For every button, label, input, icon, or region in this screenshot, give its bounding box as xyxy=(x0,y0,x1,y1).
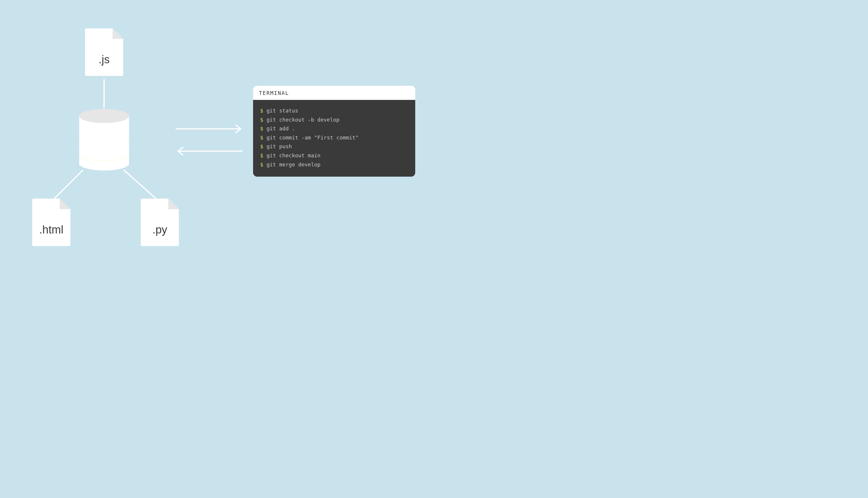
connector-js-db xyxy=(103,79,105,108)
terminal-command: git add . xyxy=(267,126,295,132)
arrow-left-icon xyxy=(175,145,245,157)
file-py: .py xyxy=(141,199,179,246)
file-html: .html xyxy=(32,199,71,246)
terminal-prompt: $ xyxy=(260,107,267,114)
connector-db-html xyxy=(46,167,87,202)
terminal-command: git checkout -b develop xyxy=(267,117,340,123)
terminal-line: $ git push xyxy=(260,142,408,151)
terminal-command: git push xyxy=(267,143,292,149)
terminal-prompt: $ xyxy=(260,143,267,149)
terminal-prompt: $ xyxy=(260,117,267,123)
svg-line-1 xyxy=(124,170,156,199)
terminal-title: TERMINAL xyxy=(259,90,289,96)
db-ring-2-cover xyxy=(79,147,129,161)
connector-db-py xyxy=(120,167,164,202)
terminal-command: git commit -am "First commit" xyxy=(267,134,359,141)
terminal-window: TERMINAL $ git status$ git checkout -b d… xyxy=(253,86,415,176)
terminal-prompt: $ xyxy=(260,126,267,132)
terminal-command: git checkout main xyxy=(267,152,320,158)
terminal-command: git status xyxy=(267,107,298,114)
terminal-line: $ git checkout main xyxy=(260,151,408,160)
svg-line-0 xyxy=(54,170,83,199)
terminal-line: $ git merge develop xyxy=(260,160,408,169)
terminal-line: $ git commit -am "First commit" xyxy=(260,133,408,142)
database-icon xyxy=(79,109,129,170)
terminal-line: $ git add . xyxy=(260,124,408,133)
terminal-content: $ git status$ git checkout -b develop$ g… xyxy=(253,100,415,176)
terminal-prompt: $ xyxy=(260,161,267,168)
terminal-prompt: $ xyxy=(260,134,267,141)
terminal-line: $ git status xyxy=(260,106,408,115)
file-js: .js xyxy=(85,28,123,76)
diagram-canvas: .js .html .py xyxy=(0,0,456,262)
terminal-command: git merge develop xyxy=(267,161,320,168)
terminal-line: $ git checkout -b develop xyxy=(260,115,408,124)
file-label: .html xyxy=(32,223,71,236)
terminal-titlebar: TERMINAL xyxy=(253,86,415,100)
db-top xyxy=(79,109,129,123)
file-label: .py xyxy=(141,223,179,236)
file-label: .js xyxy=(85,53,123,66)
terminal-prompt: $ xyxy=(260,152,267,158)
arrow-right-icon xyxy=(175,123,245,135)
